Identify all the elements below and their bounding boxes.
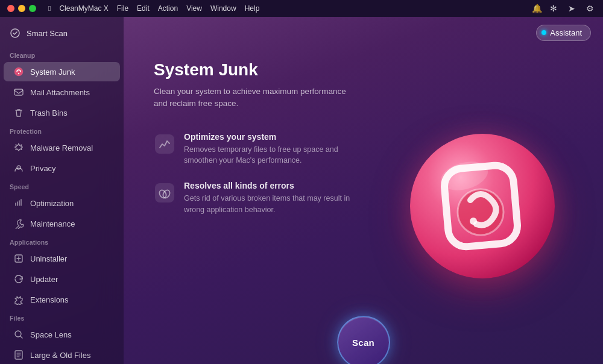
flower-icon[interactable]: ✻ [550, 4, 560, 13]
section-label-speed: Speed [0, 178, 124, 193]
feature-item-optimizes: Optimizes your system Removes temporary … [154, 132, 374, 167]
sidebar-item-updater[interactable]: Updater [4, 269, 120, 289]
menu-view[interactable]: View [186, 4, 202, 13]
space-lens-icon [13, 329, 24, 340]
svg-point-6 [15, 331, 21, 337]
sidebar-item-uninstaller[interactable]: Uninstaller [4, 249, 120, 268]
menu-action[interactable]: Action [158, 4, 178, 13]
settings-icon[interactable]: ⚙ [586, 4, 596, 13]
titlebar-icons: 🔔 ✻ ➤ ⚙ [532, 4, 596, 13]
menu-file[interactable]: File [117, 4, 128, 13]
sidebar-item-space-lens[interactable]: Space Lens [4, 325, 120, 344]
feature-title-optimizes: Optimizes your system [184, 132, 353, 142]
feature-text-errors: Resolves all kinds of errors Gets rid of… [184, 181, 353, 216]
sidebar-item-label-extensions: Extensions [30, 295, 69, 304]
titlebar:  CleanMyMac X File Edit Action View Win… [0, 0, 603, 17]
feature-text-optimizes: Optimizes your system Removes temporary … [184, 132, 353, 167]
updater-icon [13, 274, 24, 284]
sidebar-item-label-uninstaller: Uninstaller [30, 254, 67, 263]
hero-sphere [410, 134, 555, 278]
sidebar-item-label-mail-attachments: Mail Attachments [30, 88, 90, 97]
traffic-lights [7, 5, 36, 12]
page-title: System Junk [154, 60, 374, 80]
feature-desc-optimizes: Removes temporary files to free up space… [184, 144, 353, 167]
system-junk-icon [13, 66, 24, 77]
hero-area [386, 60, 579, 352]
sidebar-item-smart-scan[interactable]: Smart Scan [0, 22, 124, 45]
minimize-button[interactable] [18, 5, 25, 12]
sidebar-item-mail-attachments[interactable]: Mail Attachments [4, 83, 120, 102]
sidebar-item-privacy[interactable]: Privacy [4, 158, 120, 178]
svg-point-1 [14, 67, 23, 76]
errors-icon [154, 182, 175, 204]
maintenance-icon [13, 218, 24, 229]
uninstaller-icon [13, 253, 24, 264]
app-menu-name[interactable]: CleanMyMac X [59, 4, 108, 13]
maximize-button[interactable] [29, 5, 36, 12]
sidebar-item-maintenance[interactable]: Maintenance [4, 214, 120, 233]
arrow-icon[interactable]: ➤ [568, 4, 578, 13]
sidebar-item-system-junk[interactable]: System Junk [4, 62, 120, 81]
scan-button[interactable]: Scan [337, 316, 390, 364]
sidebar-item-label-privacy: Privacy [30, 164, 56, 173]
close-button[interactable] [7, 5, 14, 12]
feature-desc-errors: Gets rid of various broken items that ma… [184, 193, 353, 216]
sidebar-item-label-malware-removal: Malware Removal [30, 143, 93, 152]
menu-window[interactable]: Window [210, 4, 236, 13]
sidebar-item-label-system-junk: System Junk [30, 67, 75, 77]
apple-menu[interactable]:  [48, 4, 51, 13]
large-files-icon [13, 350, 24, 360]
smart-scan-label: Smart Scan [27, 29, 68, 38]
extensions-icon [13, 294, 24, 305]
sidebar-item-label-optimization: Optimization [30, 199, 74, 208]
svg-point-4 [17, 166, 21, 169]
main-content: Assistant System Junk Clean your system … [124, 17, 603, 364]
assistant-button[interactable]: Assistant [536, 25, 591, 41]
assistant-status-dot [541, 30, 546, 35]
trash-icon [13, 107, 24, 118]
optimizes-icon [154, 133, 175, 155]
sidebar-item-label-large-old-files: Large & Old Files [30, 351, 90, 360]
privacy-icon [13, 163, 24, 174]
sidebar-item-label-maintenance: Maintenance [30, 219, 75, 228]
sidebar: Smart Scan Cleanup System Junk Mail A [0, 17, 124, 364]
sidebar-item-extensions[interactable]: Extensions [4, 290, 120, 309]
app-container: Smart Scan Cleanup System Junk Mail A [0, 17, 603, 364]
sidebar-item-label-trash-bins: Trash Bins [30, 108, 68, 118]
optimization-icon [13, 198, 24, 209]
svg-point-16 [470, 218, 477, 225]
scan-button-wrap: Scan [124, 310, 603, 364]
page-description: Clean your system to achieve maximum per… [154, 86, 359, 110]
sidebar-item-malware-removal[interactable]: Malware Removal [4, 138, 120, 157]
section-label-files: Files [0, 310, 124, 324]
feature-item-errors: Resolves all kinds of errors Gets rid of… [154, 181, 374, 216]
section-label-protection: Protection [0, 123, 124, 137]
mail-icon [13, 87, 24, 98]
assistant-label: Assistant [550, 28, 582, 37]
sidebar-item-trash-bins[interactable]: Trash Bins [4, 103, 120, 122]
malware-icon [13, 142, 24, 153]
section-label-cleanup: Cleanup [0, 47, 124, 61]
svg-rect-11 [155, 183, 174, 202]
menu-help[interactable]: Help [245, 4, 260, 13]
sidebar-item-label-space-lens: Space Lens [30, 330, 72, 339]
content-left: System Junk Clean your system to achieve… [154, 60, 386, 352]
sidebar-item-optimization[interactable]: Optimization [4, 193, 120, 213]
feature-title-errors: Resolves all kinds of errors [184, 181, 353, 190]
svg-rect-3 [14, 89, 23, 95]
header-bar: Assistant [124, 17, 603, 48]
svg-rect-10 [155, 134, 174, 154]
menu-edit[interactable]: Edit [137, 4, 150, 13]
svg-point-2 [18, 73, 19, 74]
smart-scan-icon [10, 28, 21, 39]
menu-bar:  CleanMyMac X File Edit Action View Win… [48, 4, 259, 13]
sidebar-item-large-old-files[interactable]: Large & Old Files [4, 345, 120, 364]
section-label-applications: Applications [0, 234, 124, 248]
feature-list: Optimizes your system Removes temporary … [154, 132, 374, 216]
notification-icon[interactable]: 🔔 [532, 4, 541, 13]
sidebar-item-label-updater: Updater [30, 275, 58, 284]
